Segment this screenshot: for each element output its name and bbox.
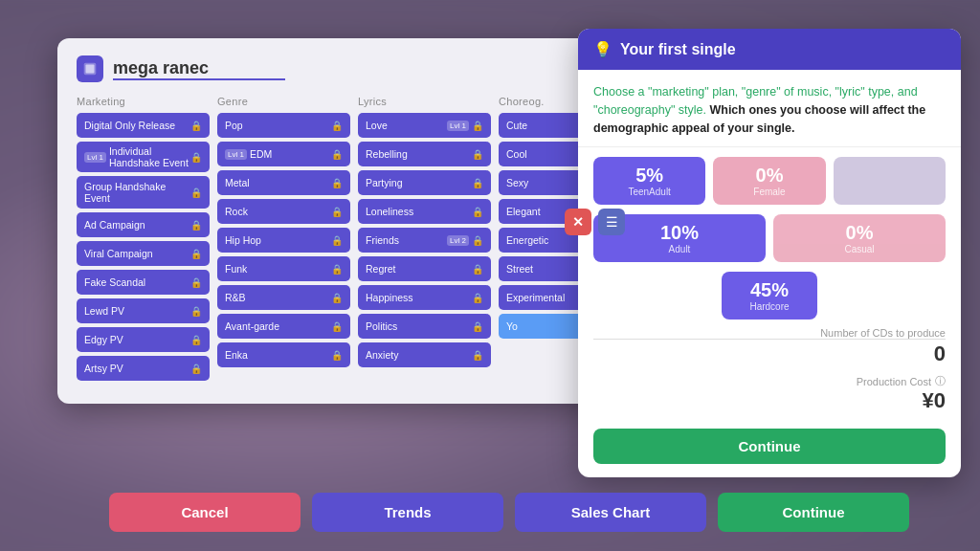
stats-row2: 10% Adult 0% Casual bbox=[578, 214, 961, 272]
lock-icon: 🔒 bbox=[472, 149, 483, 160]
lyrics-anxiety[interactable]: Anxiety 🔒 bbox=[358, 342, 491, 367]
svg-rect-1 bbox=[86, 65, 95, 74]
lock-icon: 🔒 bbox=[190, 220, 202, 231]
lock-icon: 🔒 bbox=[472, 321, 483, 332]
hardcore-section: 45% Hardcore bbox=[578, 272, 961, 325]
band-name-input[interactable] bbox=[113, 58, 285, 80]
main-panel: Marketing Digital Only Release 🔒 Lvl 1 I… bbox=[57, 38, 651, 404]
hardcore-label: Hardcore bbox=[731, 301, 808, 312]
continue-button[interactable]: Continue bbox=[718, 493, 909, 532]
lightbulb-icon: 💡 bbox=[593, 40, 612, 58]
lock-icon: 🔒 bbox=[331, 149, 343, 160]
lock-icon: 🔒 bbox=[472, 207, 483, 217]
lock-icon: 🔒 bbox=[190, 249, 202, 259]
marketing-viral-campaign[interactable]: Viral Campaign 🔒 bbox=[77, 241, 210, 266]
stat-hardcore: 45% Hardcore bbox=[722, 272, 817, 320]
lock-icon: 🔒 bbox=[472, 178, 483, 188]
teen-adult-label: TeenAdult bbox=[603, 187, 696, 197]
adult-value: 10% bbox=[603, 222, 756, 244]
lock-icon: 🔒 bbox=[472, 350, 483, 361]
lock-icon: 🔒 bbox=[472, 293, 483, 303]
lock-icon: 🔒 bbox=[472, 264, 483, 275]
genre-metal[interactable]: Metal 🔒 bbox=[217, 170, 350, 195]
marketing-header: Marketing bbox=[77, 96, 210, 107]
genre-rock[interactable]: Rock 🔒 bbox=[217, 199, 350, 224]
stat-placeholder bbox=[834, 157, 946, 205]
marketing-artsy-pv[interactable]: Artsy PV 🔒 bbox=[77, 356, 210, 381]
lock-icon: 🔒 bbox=[331, 293, 343, 303]
lyrics-header: Lyrics bbox=[358, 96, 491, 107]
cd-value: 0 bbox=[593, 339, 946, 366]
lock-icon: 🔒 bbox=[331, 121, 343, 131]
bottom-bar: Cancel Trends Sales Chart Continue bbox=[57, 493, 961, 532]
lock-icon: 🔒 bbox=[190, 152, 202, 163]
marketing-lewd-pv[interactable]: Lewd PV 🔒 bbox=[77, 298, 210, 323]
marketing-individual-handshake[interactable]: Lvl 1 Individual Handshake Event 🔒 bbox=[77, 142, 210, 172]
lock-icon: 🔒 bbox=[331, 207, 343, 217]
menu-button[interactable]: ☰ bbox=[598, 209, 625, 235]
marketing-group-handshake[interactable]: Group Handshake Event 🔒 bbox=[77, 176, 210, 209]
marketing-column: Marketing Digital Only Release 🔒 Lvl 1 I… bbox=[77, 96, 210, 385]
genre-avantgarde[interactable]: Avant-garde 🔒 bbox=[217, 314, 350, 339]
lyrics-politics[interactable]: Politics 🔒 bbox=[358, 314, 491, 339]
lyrics-love[interactable]: Love Lvl 1 🔒 bbox=[358, 113, 491, 138]
stat-casual: 0% Casual bbox=[773, 214, 946, 262]
columns-area: Marketing Digital Only Release 🔒 Lvl 1 I… bbox=[77, 96, 632, 385]
lock-icon: 🔒 bbox=[190, 277, 202, 288]
casual-label: Casual bbox=[783, 244, 936, 254]
lock-icon: 🔒 bbox=[190, 364, 202, 374]
lyrics-rebelling[interactable]: Rebelling 🔒 bbox=[358, 142, 491, 166]
lock-icon: 🔒 bbox=[190, 121, 202, 131]
teen-adult-value: 5% bbox=[603, 165, 696, 187]
marketing-fake-scandal[interactable]: Fake Scandal 🔒 bbox=[77, 270, 210, 295]
marketing-ad-campaign[interactable]: Ad Campaign 🔒 bbox=[77, 212, 210, 237]
female-value: 0% bbox=[723, 165, 815, 187]
lyrics-friends[interactable]: Friends Lvl 2 🔒 bbox=[358, 228, 491, 253]
genre-header: Genre bbox=[217, 96, 350, 107]
panel-header: 💡 Your first single bbox=[578, 29, 961, 70]
genre-edm[interactable]: Lvl 1 EDM 🔒 bbox=[217, 142, 350, 166]
right-panel: 💡 Your first single Choose a "marketing"… bbox=[578, 29, 961, 477]
lock-icon: 🔒 bbox=[190, 335, 202, 345]
marketing-edgy-pv[interactable]: Edgy PV 🔒 bbox=[77, 327, 210, 352]
lock-icon: 🔒 bbox=[331, 235, 343, 246]
adult-label: Adult bbox=[603, 244, 756, 254]
lock-icon: 🔒 bbox=[190, 306, 202, 317]
sales-chart-button[interactable]: Sales Chart bbox=[515, 493, 706, 532]
lock-icon: 🔒 bbox=[331, 350, 343, 361]
cost-value: ¥0 bbox=[593, 388, 946, 413]
header-row bbox=[77, 55, 632, 82]
cube-icon bbox=[77, 55, 103, 82]
genre-pop[interactable]: Pop 🔒 bbox=[217, 113, 350, 138]
stat-teen-adult: 5% TeenAdult bbox=[593, 157, 705, 205]
close-button[interactable]: ✕ bbox=[565, 209, 591, 235]
genre-funk[interactable]: Funk 🔒 bbox=[217, 256, 350, 281]
hardcore-value: 45% bbox=[731, 279, 808, 301]
genre-rnb[interactable]: R&B 🔒 bbox=[217, 285, 350, 310]
lyrics-regret[interactable]: Regret 🔒 bbox=[358, 256, 491, 281]
cd-section: Number of CDs to produce 0 bbox=[578, 325, 961, 372]
cost-label: Production Cost ⓘ bbox=[593, 374, 946, 388]
continue-button-panel[interactable]: Continue bbox=[593, 429, 946, 464]
panel-description: Choose a "marketing" plan, "genre" of mu… bbox=[578, 70, 961, 147]
stats-grid: 5% TeenAdult 0% Female bbox=[578, 147, 961, 214]
lyrics-loneliness[interactable]: Loneliness 🔒 bbox=[358, 199, 491, 224]
lyrics-happiness[interactable]: Happiness 🔒 bbox=[358, 285, 491, 310]
marketing-digital-only[interactable]: Digital Only Release 🔒 bbox=[77, 113, 210, 138]
panel-title: Your first single bbox=[620, 41, 736, 58]
lyrics-column: Lyrics Love Lvl 1 🔒 Rebelling 🔒 Partying… bbox=[358, 96, 491, 385]
info-icon: ⓘ bbox=[935, 374, 946, 388]
lock-icon: 🔒 bbox=[331, 178, 343, 188]
trends-button[interactable]: Trends bbox=[312, 493, 503, 532]
cancel-button[interactable]: Cancel bbox=[109, 493, 301, 532]
genre-enka[interactable]: Enka 🔒 bbox=[217, 342, 350, 367]
genre-column: Genre Pop 🔒 Lvl 1 EDM 🔒 Metal 🔒 Rock 🔒 H… bbox=[217, 96, 350, 385]
lock-icon: 🔒 bbox=[331, 321, 343, 332]
stat-female: 0% Female bbox=[713, 157, 825, 205]
lyrics-partying[interactable]: Partying 🔒 bbox=[358, 170, 491, 195]
female-label: Female bbox=[723, 187, 815, 197]
cd-label: Number of CDs to produce bbox=[593, 327, 946, 339]
genre-hiphop[interactable]: Hip Hop 🔒 bbox=[217, 228, 350, 253]
lock-icon: 🔒 bbox=[472, 121, 483, 131]
lock-icon: 🔒 bbox=[472, 235, 483, 246]
